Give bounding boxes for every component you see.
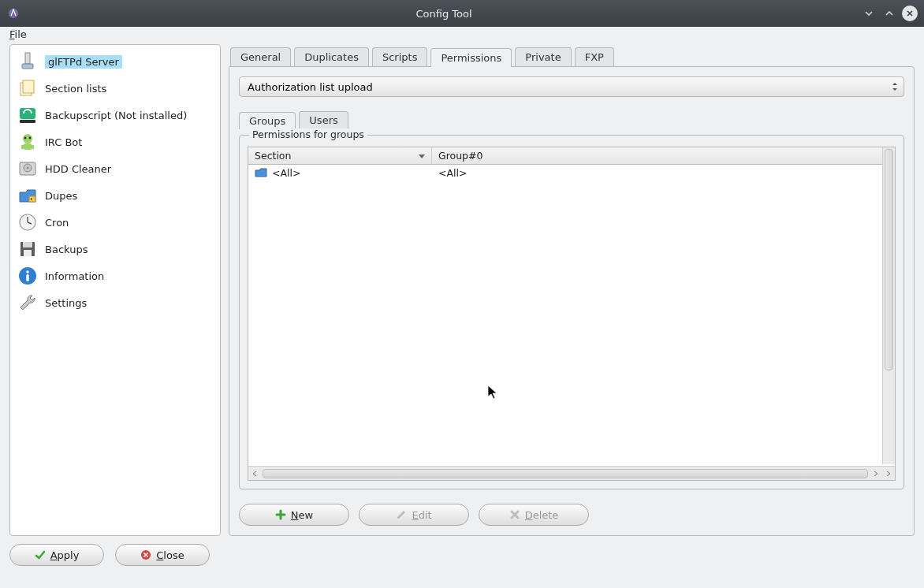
close-button[interactable]: Close bbox=[115, 544, 210, 566]
sidebar-item-hdd-cleaner[interactable]: HDD Cleaner bbox=[12, 155, 218, 182]
clock-icon bbox=[17, 211, 39, 233]
sidebar-item-label: HDD Cleaner bbox=[45, 163, 111, 175]
svg-rect-17 bbox=[31, 198, 32, 200]
titlebar: Config Tool bbox=[0, 0, 924, 27]
scroll-right-icon[interactable] bbox=[870, 467, 882, 480]
sidebar-item-label: Section lists bbox=[45, 83, 106, 95]
tab-permissions[interactable]: Permissions bbox=[430, 48, 512, 67]
authorization-combo-value: Authorization list upload bbox=[248, 81, 373, 93]
pencil-icon bbox=[396, 509, 407, 520]
sidebar-item-backupscript[interactable]: Backupscript (Not installed) bbox=[12, 102, 218, 128]
folder-icon bbox=[255, 167, 267, 178]
app-icon bbox=[6, 6, 20, 20]
action-row: New Edit Delete bbox=[239, 496, 904, 526]
sidebar-item-label: Settings bbox=[45, 297, 87, 309]
svg-point-23 bbox=[26, 270, 29, 274]
menubar: File bbox=[0, 27, 924, 44]
new-button[interactable]: New bbox=[239, 504, 349, 526]
backupscript-icon bbox=[17, 104, 39, 126]
sidebar-item-dupes[interactable]: Dupes bbox=[12, 182, 218, 209]
dupes-icon bbox=[17, 184, 39, 207]
sidebar-item-label: Information bbox=[45, 270, 104, 282]
svg-point-9 bbox=[29, 137, 32, 140]
check-icon bbox=[35, 549, 46, 560]
close-window-button[interactable] bbox=[902, 6, 918, 21]
sidebar-item-backups[interactable]: Backups bbox=[12, 236, 218, 262]
tab-general[interactable]: General bbox=[230, 47, 291, 66]
bot-icon bbox=[17, 131, 39, 153]
permissions-table: Section Group#0 <All> bbox=[248, 147, 896, 481]
sidebar-item-label: Backupscript (Not installed) bbox=[45, 110, 187, 121]
subtab-users[interactable]: Users bbox=[299, 111, 348, 128]
delete-button[interactable]: Delete bbox=[479, 504, 589, 526]
tab-duplicates[interactable]: Duplicates bbox=[294, 47, 369, 66]
column-header-section[interactable]: Section bbox=[248, 147, 432, 164]
svg-rect-20 bbox=[23, 242, 32, 247]
minimize-button[interactable] bbox=[861, 6, 877, 21]
app-window: Config Tool File glFTPd Se bbox=[0, 0, 924, 588]
apply-button[interactable]: Apply bbox=[9, 544, 104, 566]
sidebar-item-label: Backups bbox=[45, 244, 88, 255]
vertical-scrollbar[interactable] bbox=[882, 147, 895, 464]
sections-icon bbox=[17, 77, 39, 99]
sidebar-item-cron[interactable]: Cron bbox=[12, 209, 218, 236]
info-icon bbox=[17, 265, 39, 287]
maximize-button[interactable] bbox=[881, 6, 897, 21]
svg-point-8 bbox=[24, 137, 27, 140]
main-tabs: General Duplicates Scripts Permissions P… bbox=[229, 44, 915, 66]
sidebar-item-irc-bot[interactable]: IRC Bot bbox=[12, 128, 218, 155]
sidebar-item-glftpd-server[interactable]: glFTPd Server bbox=[12, 48, 218, 75]
sidebar-item-label: Cron bbox=[45, 217, 69, 229]
permissions-panel: Authorization list upload Groups Users P… bbox=[229, 66, 915, 536]
svg-point-15 bbox=[27, 167, 29, 169]
edit-button[interactable]: Edit bbox=[359, 504, 469, 526]
svg-rect-16 bbox=[29, 196, 35, 202]
save-icon bbox=[17, 238, 39, 260]
sidebar-item-label: glFTPd Server bbox=[48, 56, 119, 68]
scroll-right-icon-2[interactable] bbox=[882, 467, 895, 480]
edit-button-rest: dit bbox=[419, 509, 432, 521]
menu-file[interactable]: File bbox=[8, 28, 28, 40]
authorization-combo[interactable]: Authorization list upload bbox=[239, 76, 904, 97]
combo-spinner-icon bbox=[891, 82, 899, 91]
table-row[interactable]: <All> <All> bbox=[248, 165, 895, 180]
sidebar-item-information[interactable]: Information bbox=[12, 262, 218, 289]
tab-fxp[interactable]: FXP bbox=[575, 47, 614, 66]
tab-scripts[interactable]: Scripts bbox=[372, 47, 427, 66]
apply-button-rest: pply bbox=[58, 549, 80, 561]
close-icon bbox=[140, 549, 151, 560]
svg-rect-4 bbox=[23, 80, 34, 93]
delete-icon bbox=[509, 509, 520, 520]
svg-rect-11 bbox=[21, 145, 24, 149]
column-header-group0[interactable]: Group#0 bbox=[432, 147, 895, 164]
subtab-groups[interactable]: Groups bbox=[239, 112, 296, 129]
server-icon bbox=[17, 50, 39, 73]
sidebar-item-label: Dupes bbox=[45, 190, 77, 202]
svg-rect-2 bbox=[22, 64, 33, 69]
svg-rect-1 bbox=[25, 53, 30, 64]
cell-group0: <All> bbox=[438, 167, 467, 179]
menu-file-label: ile bbox=[15, 28, 27, 40]
horizontal-scrollbar[interactable] bbox=[248, 466, 895, 480]
sidebar-item-label: IRC Bot bbox=[45, 136, 82, 148]
cell-section: <All> bbox=[272, 167, 300, 179]
svg-rect-21 bbox=[24, 250, 32, 256]
svg-rect-6 bbox=[20, 120, 35, 123]
plus-icon bbox=[275, 509, 286, 520]
new-button-rest: ew bbox=[299, 509, 314, 521]
sidebar-item-section-lists[interactable]: Section lists bbox=[12, 75, 218, 102]
groupbox-legend: Permissions for groups bbox=[249, 128, 367, 140]
svg-rect-12 bbox=[32, 145, 34, 149]
dialog-footer: Apply Close bbox=[9, 536, 915, 571]
delete-button-rest: elete bbox=[533, 509, 559, 521]
svg-rect-24 bbox=[26, 274, 28, 281]
permissions-groupbox: Permissions for groups Section Group#0 bbox=[239, 135, 904, 489]
sidebar-item-settings[interactable]: Settings bbox=[12, 289, 218, 316]
tab-private[interactable]: Private bbox=[515, 47, 571, 66]
scroll-left-icon[interactable] bbox=[248, 467, 261, 480]
svg-rect-10 bbox=[24, 143, 32, 150]
sidebar: glFTPd Server Section lists Backupscript… bbox=[9, 44, 221, 536]
wrench-icon bbox=[17, 292, 39, 314]
table-body: <All> <All> bbox=[248, 165, 895, 466]
svg-point-7 bbox=[23, 134, 32, 143]
